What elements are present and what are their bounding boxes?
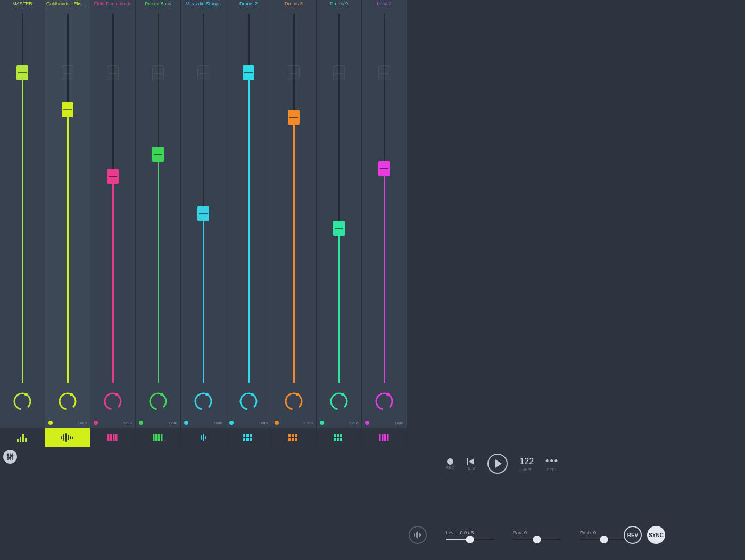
channel-strip[interactable]: MASTER xyxy=(0,0,45,447)
pan-knob[interactable] xyxy=(362,385,407,417)
fader-handle[interactable] xyxy=(16,65,28,80)
svg-point-62 xyxy=(7,454,9,456)
channel-strip[interactable]: Flute Diminuendo Solo xyxy=(90,0,136,447)
channel-strip[interactable]: Drums 2 Solo xyxy=(226,0,271,447)
channel-name: Drums 2 xyxy=(226,0,271,7)
pitch-slider[interactable]: Pitch: 0 xyxy=(580,530,628,540)
fader[interactable] xyxy=(317,7,361,385)
mute-solo-row: Solo xyxy=(271,417,316,428)
svg-rect-50 xyxy=(337,434,339,437)
svg-rect-36 xyxy=(243,438,245,441)
channel-type-icon[interactable] xyxy=(226,428,271,447)
svg-point-32 xyxy=(251,393,254,396)
bpm-value: 122 xyxy=(519,457,534,466)
svg-rect-52 xyxy=(334,438,336,441)
solo-button[interactable]: Solo xyxy=(350,421,358,425)
pan-knob[interactable] xyxy=(45,385,90,417)
ctrl-label: CTRL xyxy=(547,468,557,472)
rewind-button[interactable]: REW xyxy=(467,458,476,470)
svg-rect-4 xyxy=(22,434,24,442)
channel-type-icon[interactable] xyxy=(0,428,45,447)
mute-solo-row: Solo xyxy=(317,417,361,428)
fader[interactable] xyxy=(136,7,180,385)
channel-type-icon[interactable] xyxy=(317,428,361,447)
channel-strip[interactable]: Lead 2 Solo xyxy=(362,0,407,447)
pan-knob[interactable] xyxy=(181,385,226,417)
fader[interactable] xyxy=(226,7,271,385)
channel-type-icon[interactable] xyxy=(136,428,180,447)
svg-rect-18 xyxy=(113,434,115,441)
level-slider[interactable]: Level: 0.0 dB xyxy=(446,530,494,540)
solo-button[interactable]: Solo xyxy=(123,421,132,425)
channel-type-icon[interactable] xyxy=(362,428,407,447)
fader-handle[interactable] xyxy=(243,65,254,80)
pan-slider[interactable]: Pan: 0 xyxy=(513,530,561,540)
mute-button[interactable] xyxy=(139,421,143,425)
svg-point-31 xyxy=(239,392,258,411)
fader[interactable] xyxy=(271,7,316,385)
fader-handle[interactable] xyxy=(288,110,300,125)
transport-controls: REC REW 122 BPM ••• CTRL xyxy=(446,450,559,477)
sync-button[interactable]: SYNC xyxy=(647,526,665,544)
pan-knob[interactable] xyxy=(226,385,271,417)
svg-rect-60 xyxy=(387,434,389,441)
svg-point-0 xyxy=(13,392,32,411)
bpm-display[interactable]: 122 BPM xyxy=(519,457,534,471)
preview-button[interactable] xyxy=(409,526,427,544)
mute-button[interactable] xyxy=(48,421,53,425)
channel-strip[interactable]: Varazdin Strings Solo xyxy=(181,0,226,447)
mute-button[interactable] xyxy=(229,421,234,425)
pan-knob[interactable] xyxy=(136,385,180,417)
solo-button[interactable]: Solo xyxy=(78,421,87,425)
rewind-icon xyxy=(467,458,475,465)
channel-type-icon[interactable] xyxy=(181,428,226,447)
fader[interactable] xyxy=(362,7,407,385)
mixer-empty-area xyxy=(407,0,745,447)
fader-handle[interactable] xyxy=(107,169,119,184)
fader-handle[interactable] xyxy=(152,147,164,162)
channel-strip[interactable]: Picked Bass Solo xyxy=(136,0,181,447)
pan-knob[interactable] xyxy=(90,385,135,417)
svg-point-1 xyxy=(24,393,28,396)
fader-handle[interactable] xyxy=(333,221,345,236)
svg-point-56 xyxy=(386,393,390,396)
record-label: REC xyxy=(446,466,454,470)
svg-point-27 xyxy=(205,393,209,396)
solo-button[interactable]: Solo xyxy=(259,421,268,425)
channel-type-icon[interactable] xyxy=(45,428,90,447)
svg-marker-68 xyxy=(469,458,474,465)
fader-handle[interactable] xyxy=(197,206,209,221)
pan-knob[interactable] xyxy=(0,385,45,417)
solo-button[interactable]: Solo xyxy=(169,421,177,425)
channel-strip[interactable]: Goldhands - Elisa (...ocal) Solo xyxy=(45,0,90,447)
channel-type-icon[interactable] xyxy=(271,428,316,447)
channel-strip[interactable]: Drums 8 Solo xyxy=(271,0,317,447)
play-button[interactable] xyxy=(487,454,508,474)
channel-strip[interactable]: Drums 9 Solo xyxy=(317,0,362,447)
svg-rect-23 xyxy=(155,434,158,441)
reverse-button[interactable]: REV xyxy=(624,526,642,544)
pan-knob[interactable] xyxy=(271,385,316,417)
mixer-settings-button[interactable] xyxy=(3,450,17,464)
solo-button[interactable]: Solo xyxy=(395,421,403,425)
fader[interactable] xyxy=(181,7,226,385)
channel-name: Flute Diminuendo xyxy=(90,0,135,7)
channel-type-icon[interactable] xyxy=(90,428,135,447)
sample-mode-buttons: REV SYNC xyxy=(624,526,665,544)
mute-button[interactable] xyxy=(184,421,188,425)
mute-button[interactable] xyxy=(365,421,369,425)
fader[interactable] xyxy=(45,7,90,385)
mute-button[interactable] xyxy=(320,421,324,425)
record-button[interactable]: REC xyxy=(446,458,454,470)
fader-handle[interactable] xyxy=(378,161,390,176)
pan-knob[interactable] xyxy=(317,385,361,417)
mute-button[interactable] xyxy=(94,421,98,425)
svg-rect-34 xyxy=(246,434,249,437)
more-controls-button[interactable]: ••• CTRL xyxy=(545,456,559,472)
fader[interactable] xyxy=(90,7,135,385)
solo-button[interactable]: Solo xyxy=(214,421,222,425)
mute-button[interactable] xyxy=(275,421,279,425)
fader-handle[interactable] xyxy=(62,102,73,117)
fader[interactable] xyxy=(0,7,45,385)
solo-button[interactable]: Solo xyxy=(304,421,313,425)
